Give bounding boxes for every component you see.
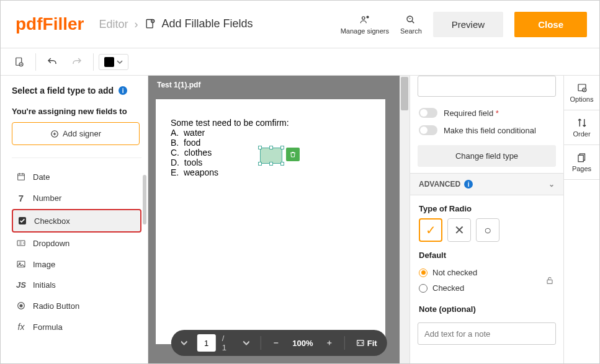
chevron-down-icon: ⌄ xyxy=(549,180,555,189)
breadcrumb: Editor › Add Fillable Fields xyxy=(99,18,253,31)
change-field-type-button[interactable]: Change field type xyxy=(418,145,556,167)
close-button[interactable]: Close xyxy=(514,12,587,37)
conditional-toggle[interactable] xyxy=(419,125,437,135)
field-name-input[interactable] xyxy=(418,76,556,97)
next-page-button[interactable] xyxy=(236,334,254,352)
field-type-date[interactable]: Date xyxy=(12,166,141,187)
field-type-checkbox[interactable]: Checkbox xyxy=(12,209,141,233)
svg-rect-8 xyxy=(18,174,25,180)
default-not-checked-radio[interactable] xyxy=(419,269,428,277)
formula-icon: fx xyxy=(16,322,27,332)
zoom-in-button[interactable] xyxy=(320,334,338,352)
fit-button[interactable]: Fit xyxy=(351,339,382,348)
delete-field-button[interactable] xyxy=(286,148,300,161)
required-toggle[interactable] xyxy=(419,108,437,118)
preview-button[interactable]: Preview xyxy=(433,12,503,37)
checkbox-field-placeholder[interactable] xyxy=(260,148,282,164)
initials-icon: JS xyxy=(16,280,27,290)
field-type-formula[interactable]: fxFormula xyxy=(12,316,141,337)
chevron-down-icon xyxy=(117,59,123,65)
logo: pdfFiller xyxy=(1,14,99,34)
document-filename: Test 1(1).pdf xyxy=(148,76,410,94)
document-text-line: A. water xyxy=(171,128,370,138)
zoom-out-button[interactable] xyxy=(267,334,285,352)
field-type-number[interactable]: 7Number xyxy=(12,187,141,209)
zoom-level: 100% xyxy=(289,339,316,348)
document-page[interactable]: Some test need to be comfirm:A. waterB. … xyxy=(156,99,385,344)
left-sidebar: Select a field type to add i You're assi… xyxy=(1,76,148,364)
document-text-line: E. weapons xyxy=(171,167,370,177)
number-icon: 7 xyxy=(16,193,27,203)
document-text-line: Some test need to be comfirm: xyxy=(171,118,370,128)
radio-type-x[interactable]: ✕ xyxy=(447,218,471,242)
page-navigation: / 1 100% Fit xyxy=(171,330,387,356)
add-signer-button[interactable]: Add signer xyxy=(12,122,140,145)
svg-rect-20 xyxy=(578,155,583,162)
note-label: Note (optional) xyxy=(410,296,563,319)
required-label: Required field * xyxy=(444,109,499,118)
default-checked-radio[interactable] xyxy=(419,284,428,293)
undo-button[interactable] xyxy=(41,51,63,73)
prev-page-button[interactable] xyxy=(176,334,193,352)
manage-signers-button[interactable]: Manage signers xyxy=(341,14,389,35)
color-swatch xyxy=(104,57,114,67)
right-rail: Options Order Pages xyxy=(563,76,599,364)
info-icon[interactable]: i xyxy=(464,180,473,189)
page-number-input[interactable] xyxy=(197,334,216,352)
field-type-radio[interactable]: Radio Button xyxy=(12,295,141,316)
properties-panel: Required field * Make this field conditi… xyxy=(410,76,563,364)
rail-pages[interactable]: Pages xyxy=(564,145,599,180)
sidebar-scrollbar[interactable] xyxy=(143,175,146,224)
svg-point-14 xyxy=(20,304,22,307)
svg-rect-16 xyxy=(547,280,552,283)
info-icon[interactable]: i xyxy=(119,86,127,95)
field-type-dropdown[interactable]: Dropdown xyxy=(12,233,141,254)
field-type-initials[interactable]: JSInitials xyxy=(12,275,141,295)
document-viewer: Test 1(1).pdf Some test need to be comfi… xyxy=(148,76,410,364)
radio-icon xyxy=(16,301,27,311)
default-label: Default xyxy=(410,242,563,265)
assign-label: You're assigning new fields to xyxy=(12,107,141,116)
advanced-section-header[interactable]: ADVANCED i ⌄ xyxy=(410,173,563,195)
conditional-label: Make this field conditional xyxy=(444,126,536,135)
svg-point-2 xyxy=(362,16,365,19)
checkbox-icon xyxy=(17,216,28,226)
sidebar-title: Select a field type to add i xyxy=(12,86,141,95)
breadcrumb-prev[interactable]: Editor xyxy=(99,18,128,31)
redo-button[interactable] xyxy=(66,51,88,73)
image-icon xyxy=(16,259,27,269)
rail-options[interactable]: Options xyxy=(564,76,599,110)
breadcrumb-current: Add Fillable Fields xyxy=(144,18,253,30)
page-total: / 1 xyxy=(220,334,233,352)
radio-type-circle[interactable]: ○ xyxy=(476,218,499,242)
rail-order[interactable]: Order xyxy=(564,110,599,145)
radio-type-check[interactable]: ✓ xyxy=(419,218,442,242)
color-picker[interactable] xyxy=(99,54,128,70)
document-scrollbar[interactable] xyxy=(400,76,410,364)
chevron-right-icon: › xyxy=(134,18,138,31)
note-input[interactable] xyxy=(418,322,556,345)
document-settings-button[interactable] xyxy=(8,51,30,73)
type-of-radio-label: Type of Radio xyxy=(410,195,563,218)
search-button[interactable]: Search xyxy=(400,14,422,35)
dropdown-icon xyxy=(16,238,27,248)
field-type-image[interactable]: Image xyxy=(12,254,141,275)
lock-icon[interactable] xyxy=(545,275,563,285)
date-icon xyxy=(16,172,27,182)
